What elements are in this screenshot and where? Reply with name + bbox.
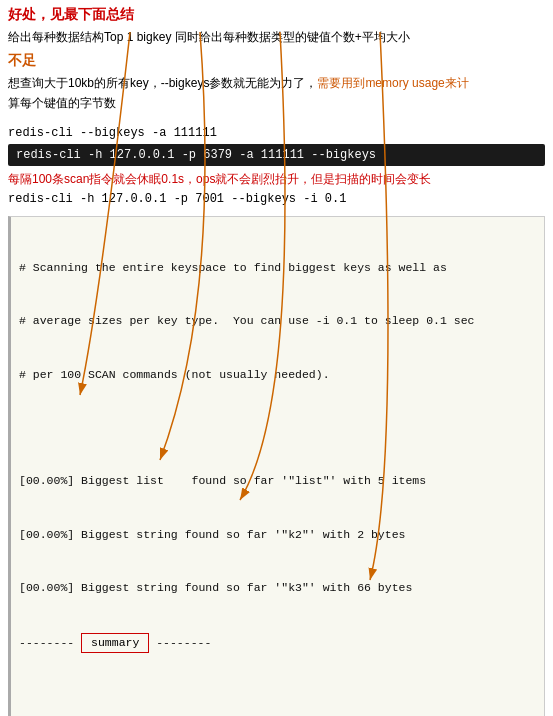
disadvantages-desc1-text: 想查询大于10kb的所有key，--bigkeys参数就无能为力了，需要用到me…	[8, 76, 469, 90]
warning-line1: 每隔100条scan指令就会休眠0.1s，ops就不会剧烈抬升，但是扫描的时间会…	[8, 170, 545, 188]
command2-box: redis-cli -h 127.0.0.1 -p 6379 -a 111111…	[8, 144, 545, 166]
advantages-desc-row: 给出每种数据结构Top 1 bigkey 同时给出每种数据类型的键值个数+平均大…	[8, 28, 545, 46]
summary-label: summary	[81, 633, 149, 653]
terminal-line-1: # average sizes per key type. You can us…	[19, 312, 536, 330]
terminal-line-3	[19, 419, 536, 437]
command3: redis-cli -h 127.0.0.1 -p 7001 --bigkeys…	[8, 192, 545, 206]
disadvantages-desc2-text: 算每个键值的字节数	[8, 96, 116, 110]
advantages-desc-text: 给出每种数据结构Top 1 bigkey 同时给出每种数据类型的键值个数+平均大…	[8, 28, 410, 46]
advantages-header: 好处，见最下面总结	[8, 6, 545, 24]
terminal-line-0: # Scanning the entire keyspace to find b…	[19, 259, 536, 277]
disadvantages-desc1: 想查询大于10kb的所有key，--bigkeys参数就无能为力了，需要用到me…	[8, 74, 545, 92]
terminal-line-8	[19, 688, 536, 706]
terminal-line-7: -------- summary --------	[19, 633, 536, 653]
terminal-line-4: [00.00%] Biggest list found so far '"lis…	[19, 472, 536, 490]
command1: redis-cli --bigkeys -a 111111	[8, 126, 545, 140]
terminal-line-6: [00.00%] Biggest string found so far '"k…	[19, 579, 536, 597]
disadvantages-desc2: 算每个键值的字节数	[8, 94, 545, 112]
disadvantages-header: 不足	[8, 52, 545, 70]
page-container: 好处，见最下面总结 给出每种数据结构Top 1 bigkey 同时给出每种数据类…	[0, 0, 553, 716]
warning-line1-text: 每隔100条scan指令就会休眠0.1s，ops就不会剧烈抬升，但是扫描的时间会…	[8, 172, 431, 186]
disadvantages-highlight: 需要用到memory usage来计	[317, 76, 468, 90]
terminal-output: # Scanning the entire keyspace to find b…	[8, 216, 545, 716]
terminal-line-5: [00.00%] Biggest string found so far '"k…	[19, 526, 536, 544]
terminal-line-2: # per 100 SCAN commands (not usually nee…	[19, 366, 536, 384]
